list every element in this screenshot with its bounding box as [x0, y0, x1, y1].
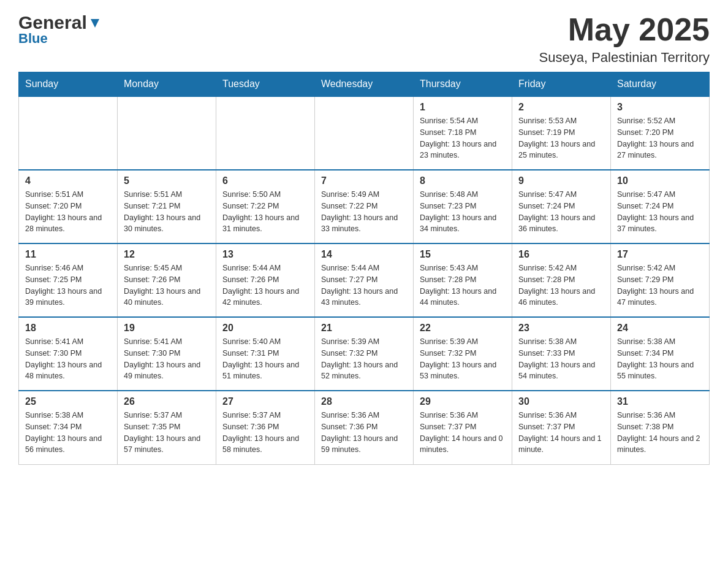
day-number: 27 [222, 396, 308, 407]
calendar-cell: 11Sunrise: 5:46 AMSunset: 7:25 PMDayligh… [19, 243, 118, 317]
week-row-1: 1Sunrise: 5:54 AMSunset: 7:18 PMDaylight… [19, 96, 710, 170]
day-info: Sunrise: 5:52 AMSunset: 7:20 PMDaylight:… [617, 115, 703, 161]
day-info: Sunrise: 5:38 AMSunset: 7:34 PMDaylight:… [617, 336, 703, 382]
day-info: Sunrise: 5:36 AMSunset: 7:37 PMDaylight:… [518, 410, 604, 456]
day-info: Sunrise: 5:41 AMSunset: 7:30 PMDaylight:… [124, 336, 210, 382]
week-row-2: 4Sunrise: 5:51 AMSunset: 7:20 PMDaylight… [19, 170, 710, 243]
day-number: 10 [617, 175, 703, 186]
day-info: Sunrise: 5:54 AMSunset: 7:18 PMDaylight:… [420, 115, 506, 161]
calendar-cell: 29Sunrise: 5:36 AMSunset: 7:37 PMDayligh… [414, 391, 512, 464]
calendar-cell [118, 96, 216, 170]
calendar-cell: 23Sunrise: 5:38 AMSunset: 7:33 PMDayligh… [512, 317, 611, 391]
calendar-cell: 19Sunrise: 5:41 AMSunset: 7:30 PMDayligh… [118, 317, 216, 391]
day-number: 31 [617, 396, 703, 407]
day-number: 9 [518, 175, 604, 186]
calendar-table: Sunday Monday Tuesday Wednesday Thursday… [18, 72, 710, 465]
day-number: 6 [222, 175, 308, 186]
day-info: Sunrise: 5:42 AMSunset: 7:28 PMDaylight:… [518, 262, 604, 308]
day-number: 3 [617, 102, 703, 113]
calendar-cell: 15Sunrise: 5:43 AMSunset: 7:28 PMDayligh… [414, 243, 512, 317]
calendar-cell [315, 96, 414, 170]
week-row-4: 18Sunrise: 5:41 AMSunset: 7:30 PMDayligh… [19, 317, 710, 391]
day-info: Sunrise: 5:50 AMSunset: 7:22 PMDaylight:… [222, 189, 308, 235]
day-info: Sunrise: 5:51 AMSunset: 7:20 PMDaylight:… [25, 189, 111, 235]
calendar-cell: 20Sunrise: 5:40 AMSunset: 7:31 PMDayligh… [216, 317, 315, 391]
day-info: Sunrise: 5:49 AMSunset: 7:22 PMDaylight:… [321, 189, 407, 235]
header-tuesday: Tuesday [216, 72, 315, 97]
day-number: 5 [124, 175, 210, 186]
day-number: 24 [617, 323, 703, 334]
day-number: 11 [25, 249, 111, 260]
day-info: Sunrise: 5:36 AMSunset: 7:38 PMDaylight:… [617, 410, 703, 456]
calendar-cell: 4Sunrise: 5:51 AMSunset: 7:20 PMDaylight… [19, 170, 118, 243]
week-row-3: 11Sunrise: 5:46 AMSunset: 7:25 PMDayligh… [19, 243, 710, 317]
day-info: Sunrise: 5:37 AMSunset: 7:35 PMDaylight:… [124, 410, 210, 456]
day-number: 4 [25, 175, 111, 186]
day-number: 16 [518, 249, 604, 260]
calendar-cell: 14Sunrise: 5:44 AMSunset: 7:27 PMDayligh… [315, 243, 414, 317]
calendar-cell: 31Sunrise: 5:36 AMSunset: 7:38 PMDayligh… [611, 391, 710, 464]
header-sunday: Sunday [19, 72, 118, 97]
day-info: Sunrise: 5:39 AMSunset: 7:32 PMDaylight:… [321, 336, 407, 382]
day-info: Sunrise: 5:36 AMSunset: 7:37 PMDaylight:… [420, 410, 506, 456]
day-number: 28 [321, 396, 407, 407]
calendar-cell: 17Sunrise: 5:42 AMSunset: 7:29 PMDayligh… [611, 243, 710, 317]
day-number: 1 [420, 102, 506, 113]
calendar-cell: 27Sunrise: 5:37 AMSunset: 7:36 PMDayligh… [216, 391, 315, 464]
day-number: 15 [420, 249, 506, 260]
day-number: 30 [518, 396, 604, 407]
calendar-cell: 10Sunrise: 5:47 AMSunset: 7:24 PMDayligh… [611, 170, 710, 243]
calendar-cell: 1Sunrise: 5:54 AMSunset: 7:18 PMDaylight… [414, 96, 512, 170]
calendar-cell: 18Sunrise: 5:41 AMSunset: 7:30 PMDayligh… [19, 317, 118, 391]
day-number: 23 [518, 323, 604, 334]
calendar-cell: 12Sunrise: 5:45 AMSunset: 7:26 PMDayligh… [118, 243, 216, 317]
day-info: Sunrise: 5:37 AMSunset: 7:36 PMDaylight:… [222, 410, 308, 456]
day-info: Sunrise: 5:45 AMSunset: 7:26 PMDaylight:… [124, 262, 210, 308]
day-number: 12 [124, 249, 210, 260]
header-wednesday: Wednesday [315, 72, 414, 97]
calendar-cell: 30Sunrise: 5:36 AMSunset: 7:37 PMDayligh… [512, 391, 611, 464]
calendar-cell [19, 96, 118, 170]
location-title: Suseya, Palestinian Territory [539, 50, 710, 66]
header-monday: Monday [118, 72, 216, 97]
page-header: General Blue May 2025 Suseya, Palestinia… [18, 12, 710, 66]
day-number: 29 [420, 396, 506, 407]
day-info: Sunrise: 5:42 AMSunset: 7:29 PMDaylight:… [617, 262, 703, 308]
day-number: 17 [617, 249, 703, 260]
header-friday: Friday [512, 72, 611, 97]
title-block: May 2025 Suseya, Palestinian Territory [539, 12, 710, 66]
calendar-cell: 13Sunrise: 5:44 AMSunset: 7:26 PMDayligh… [216, 243, 315, 317]
day-info: Sunrise: 5:47 AMSunset: 7:24 PMDaylight:… [617, 189, 703, 235]
calendar-cell: 24Sunrise: 5:38 AMSunset: 7:34 PMDayligh… [611, 317, 710, 391]
calendar-cell: 9Sunrise: 5:47 AMSunset: 7:24 PMDaylight… [512, 170, 611, 243]
logo-triangle-icon [88, 17, 102, 30]
day-number: 26 [124, 396, 210, 407]
header-saturday: Saturday [611, 72, 710, 97]
day-number: 25 [25, 396, 111, 407]
day-info: Sunrise: 5:47 AMSunset: 7:24 PMDaylight:… [518, 189, 604, 235]
day-info: Sunrise: 5:43 AMSunset: 7:28 PMDaylight:… [420, 262, 506, 308]
day-number: 21 [321, 323, 407, 334]
day-info: Sunrise: 5:38 AMSunset: 7:33 PMDaylight:… [518, 336, 604, 382]
day-info: Sunrise: 5:44 AMSunset: 7:27 PMDaylight:… [321, 262, 407, 308]
day-number: 8 [420, 175, 506, 186]
calendar-cell: 6Sunrise: 5:50 AMSunset: 7:22 PMDaylight… [216, 170, 315, 243]
header-thursday: Thursday [414, 72, 512, 97]
day-number: 13 [222, 249, 308, 260]
calendar-cell: 8Sunrise: 5:48 AMSunset: 7:23 PMDaylight… [414, 170, 512, 243]
day-number: 2 [518, 102, 604, 113]
calendar-cell: 7Sunrise: 5:49 AMSunset: 7:22 PMDaylight… [315, 170, 414, 243]
day-number: 7 [321, 175, 407, 186]
day-info: Sunrise: 5:53 AMSunset: 7:19 PMDaylight:… [518, 115, 604, 161]
day-number: 19 [124, 323, 210, 334]
logo: General Blue [18, 12, 102, 47]
day-info: Sunrise: 5:38 AMSunset: 7:34 PMDaylight:… [25, 410, 111, 456]
calendar-cell: 2Sunrise: 5:53 AMSunset: 7:19 PMDaylight… [512, 96, 611, 170]
calendar-cell: 25Sunrise: 5:38 AMSunset: 7:34 PMDayligh… [19, 391, 118, 464]
day-info: Sunrise: 5:40 AMSunset: 7:31 PMDaylight:… [222, 336, 308, 382]
week-row-5: 25Sunrise: 5:38 AMSunset: 7:34 PMDayligh… [19, 391, 710, 464]
day-info: Sunrise: 5:36 AMSunset: 7:36 PMDaylight:… [321, 410, 407, 456]
day-info: Sunrise: 5:46 AMSunset: 7:25 PMDaylight:… [25, 262, 111, 308]
day-info: Sunrise: 5:39 AMSunset: 7:32 PMDaylight:… [420, 336, 506, 382]
day-number: 20 [222, 323, 308, 334]
